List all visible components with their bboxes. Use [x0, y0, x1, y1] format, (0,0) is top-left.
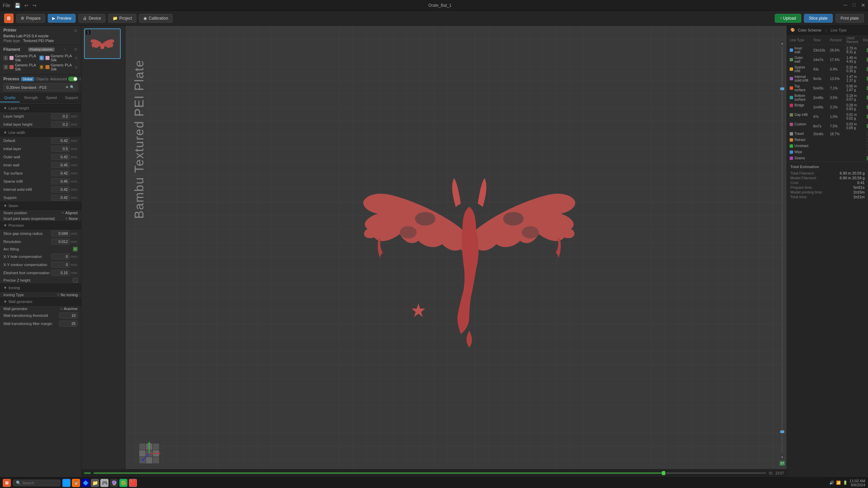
- taskbar-app-misc3[interactable]: 🟥: [129, 479, 137, 487]
- slice-button[interactable]: Slice plate: [804, 14, 833, 23]
- display-uncheck[interactable]: [867, 150, 868, 154]
- wall-filter-input[interactable]: [59, 321, 78, 327]
- layer-down-btn[interactable]: ▼: [780, 455, 785, 460]
- advanced-toggle-switch[interactable]: [68, 77, 78, 81]
- file-menu[interactable]: File: [3, 3, 11, 8]
- floating-volumes-badge[interactable]: Floating volumes: [28, 47, 55, 52]
- filament-name-3[interactable]: Generic PLA Silk: [15, 63, 38, 71]
- global-badge[interactable]: Global: [21, 77, 34, 81]
- taskbar-search-box[interactable]: 🔍: [13, 480, 60, 486]
- process-preset[interactable]: 0.20mm Standard - P1S ✕ 🔍: [3, 83, 78, 91]
- display-uncheck[interactable]: [867, 132, 868, 136]
- preview-button[interactable]: ▶ Preview: [48, 14, 76, 23]
- precise-z-checkbox[interactable]: [73, 278, 78, 283]
- display-check[interactable]: [867, 86, 868, 90]
- filament-name-3b[interactable]: Generic PLA Silk: [51, 63, 74, 71]
- progress-handle[interactable]: [662, 471, 665, 475]
- display-check[interactable]: [867, 124, 868, 128]
- resolution-input[interactable]: [51, 239, 70, 245]
- calibration-button[interactable]: ◉ Calibration: [139, 14, 172, 23]
- printer-name[interactable]: Bambu Lab P1S 0.4 nozzle: [3, 34, 78, 38]
- precision-collapse-icon[interactable]: ▼: [3, 223, 7, 227]
- wall-threshold-input[interactable]: [59, 312, 78, 319]
- thumbnail-item-1[interactable]: 1: [84, 28, 121, 59]
- ironing-collapse-icon[interactable]: ▼: [3, 286, 7, 290]
- taskbar-app-steam[interactable]: 🎮: [100, 479, 108, 487]
- device-button[interactable]: 🖨 Device: [78, 14, 105, 23]
- display-check[interactable]: [867, 48, 868, 52]
- taskbar-app-misc2[interactable]: 🟢: [119, 479, 127, 487]
- layer-height-collapse-icon[interactable]: ▼: [3, 106, 7, 110]
- filament-copy-icon-1[interactable]: ⧉: [75, 56, 78, 60]
- display-check[interactable]: [867, 58, 868, 62]
- xy-hole-input[interactable]: [51, 253, 70, 260]
- top-surface-width-input[interactable]: [51, 170, 70, 176]
- seam-position-text[interactable]: Aligned: [65, 211, 78, 215]
- taskbar-app-bambu[interactable]: 🦉: [72, 479, 80, 487]
- tab-support[interactable]: Support: [61, 94, 81, 102]
- minimize-btn[interactable]: ─: [843, 2, 847, 8]
- layer-up-btn[interactable]: ▲: [780, 41, 785, 45]
- elephant-foot-input[interactable]: [51, 270, 70, 276]
- scarf-seam-text[interactable]: None: [69, 217, 78, 221]
- arc-fitting-checkbox[interactable]: ✓: [73, 247, 78, 251]
- seam-collapse-icon[interactable]: ▼: [3, 204, 7, 208]
- slice-gap-input[interactable]: [51, 230, 70, 237]
- wall-gen-text[interactable]: Arachne: [64, 307, 78, 311]
- line-width-collapse-icon[interactable]: ▼: [3, 130, 7, 135]
- layer-height-input[interactable]: [51, 113, 70, 119]
- add-filament-icon[interactable]: +: [64, 47, 66, 52]
- xy-contour-input[interactable]: [51, 262, 70, 268]
- display-check[interactable]: [867, 67, 868, 71]
- redo-icon[interactable]: ↪: [33, 3, 37, 8]
- support-width-input[interactable]: [51, 195, 70, 201]
- tab-quality[interactable]: Quality: [0, 94, 20, 102]
- display-check[interactable]: [867, 115, 868, 119]
- undo-icon[interactable]: ↩: [24, 3, 28, 8]
- taskbar-app-browser[interactable]: 🔷: [81, 479, 90, 487]
- internal-solid-width-input[interactable]: [51, 186, 70, 192]
- wall-gen-label: Wall generator: [3, 307, 60, 311]
- filament-name-1b[interactable]: Generic PLA Silk: [51, 54, 74, 62]
- close-btn[interactable]: ✕: [861, 2, 865, 8]
- outer-wall-width-input[interactable]: [51, 154, 70, 160]
- default-width-input[interactable]: [51, 138, 70, 144]
- display-uncheck[interactable]: [867, 138, 868, 142]
- layer-slider-track[interactable]: [782, 47, 783, 453]
- preset-close-icon[interactable]: ✕: [65, 85, 68, 89]
- ironing-type-text[interactable]: No ironing: [61, 293, 78, 297]
- tab-strength[interactable]: Strength: [20, 94, 42, 102]
- taskbar-search-input[interactable]: [22, 481, 57, 485]
- upload-button[interactable]: ↑ Upload: [775, 14, 801, 23]
- maximize-btn[interactable]: □: [853, 2, 855, 8]
- initial-layer-width-input[interactable]: [51, 146, 70, 152]
- filament-name-1[interactable]: Generic PLA Silk: [15, 54, 38, 62]
- taskbar-app-files[interactable]: 📁: [91, 479, 99, 487]
- display-check[interactable]: [867, 156, 868, 160]
- filament-settings-icon[interactable]: ⚙: [74, 47, 78, 52]
- filament-copy-icon-3[interactable]: ⧉: [75, 65, 78, 69]
- initial-layer-height-input[interactable]: [51, 121, 70, 127]
- layer-slider-handle-top[interactable]: [780, 87, 784, 90]
- wall-gen-collapse-icon[interactable]: ▼: [3, 300, 7, 304]
- print-button[interactable]: Print plate: [835, 14, 864, 23]
- display-check[interactable]: [867, 105, 868, 109]
- printer-settings-icon[interactable]: ⚙: [74, 28, 78, 33]
- sparse-infill-width-input[interactable]: [51, 178, 70, 184]
- display-check[interactable]: [867, 77, 868, 81]
- viewport[interactable]: 1 Bambu Textured PEI Plate: [81, 26, 787, 477]
- layer-slider-handle-bottom[interactable]: [780, 430, 784, 433]
- project-button[interactable]: 📁 Project: [108, 14, 136, 23]
- taskbar-app-misc1[interactable]: 🔮: [110, 479, 118, 487]
- prepare-button[interactable]: ⚙ Prepare: [16, 14, 45, 23]
- taskbar-app-edge[interactable]: 🌐: [62, 479, 71, 487]
- start-button[interactable]: ⊞: [3, 479, 11, 487]
- save-icon[interactable]: 💾: [15, 3, 20, 8]
- preset-search-icon[interactable]: 🔍: [70, 85, 75, 89]
- tab-speed[interactable]: Speed: [42, 94, 61, 102]
- display-check[interactable]: [867, 96, 868, 100]
- inner-wall-width-input[interactable]: [51, 162, 70, 168]
- settings-icon[interactable]: ⚙: [79, 77, 81, 81]
- display-uncheck[interactable]: [867, 144, 868, 148]
- objects-label[interactable]: Objects: [36, 77, 48, 81]
